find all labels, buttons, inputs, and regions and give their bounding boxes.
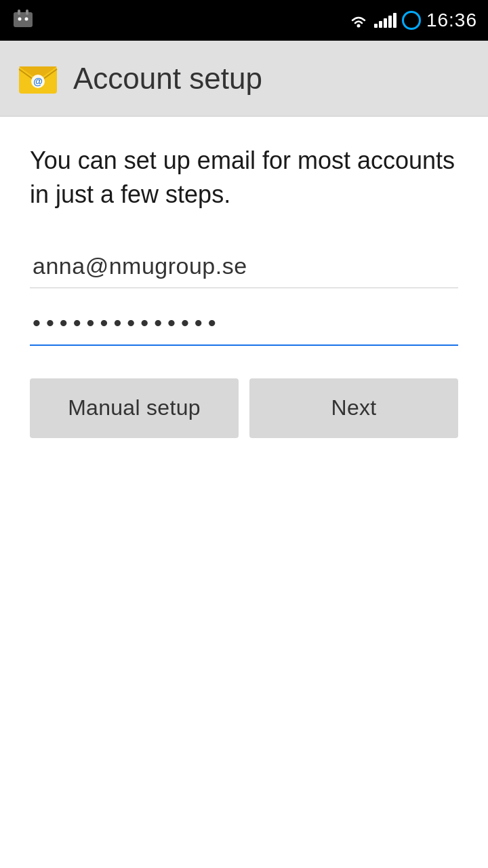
description-text: You can set up email for most accounts i…	[30, 144, 458, 212]
password-input[interactable]	[30, 302, 458, 346]
email-icon: @	[16, 57, 60, 100]
wifi-icon	[348, 12, 369, 28]
svg-point-5	[25, 18, 28, 21]
svg-rect-2	[18, 9, 20, 15]
svg-point-6	[357, 24, 360, 28]
svg-text:@: @	[33, 76, 43, 87]
status-bar: 16:36	[0, 0, 488, 41]
email-input-group	[30, 245, 458, 288]
svg-point-4	[18, 18, 22, 21]
status-time: 16:36	[426, 9, 477, 31]
next-button[interactable]: Next	[249, 378, 458, 438]
status-icons: 16:36	[348, 9, 477, 31]
svg-rect-1	[14, 12, 33, 27]
page-title: Account setup	[73, 62, 262, 96]
svg-rect-3	[26, 9, 28, 15]
android-icon	[11, 8, 35, 33]
password-input-group	[30, 302, 458, 346]
signal-bars-icon	[374, 13, 396, 28]
app-bar: @ Account setup	[0, 41, 488, 117]
buttons-row: Manual setup Next	[30, 378, 458, 438]
manual-setup-button[interactable]: Manual setup	[30, 378, 239, 438]
content-area: You can set up email for most accounts i…	[0, 117, 488, 465]
sync-icon	[402, 11, 421, 30]
email-input[interactable]	[30, 245, 458, 288]
